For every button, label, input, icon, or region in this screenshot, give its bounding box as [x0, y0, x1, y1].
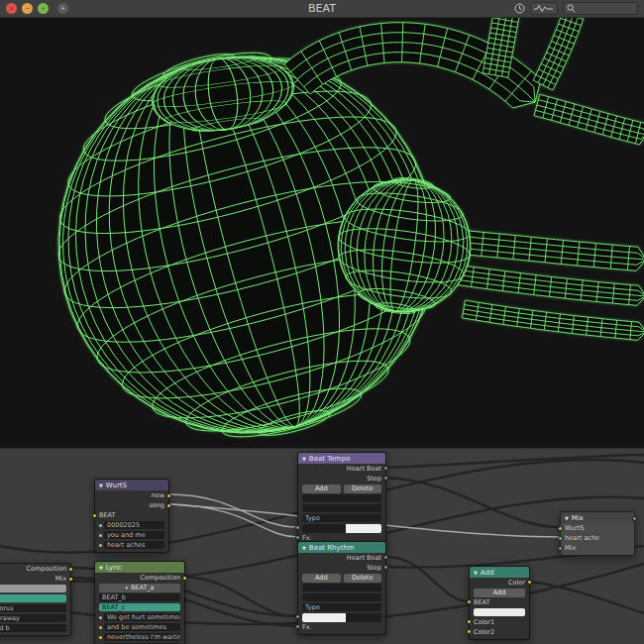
value-field[interactable]: you and me [104, 531, 164, 539]
collapse-icon[interactable]: ▼ [302, 456, 306, 462]
collapse-icon[interactable]: ▼ [99, 483, 103, 488]
node-wurts[interactable]: ▼WurtS new song BEAT 00002025 you and me… [94, 479, 169, 553]
delete-button[interactable]: Delete [344, 574, 382, 583]
input-label-beat: BEAT [99, 511, 115, 519]
output-label-song: song [149, 501, 164, 509]
plus-icon: + [60, 5, 64, 12]
beat-chorus-field[interactable]: BEAT_chorus [0, 604, 66, 612]
type-field[interactable]: Type [302, 603, 381, 611]
lyric-row[interactable]: and be sometimes [104, 623, 180, 631]
beat-c-field[interactable]: BEAT_c [0, 594, 66, 602]
minimize-button[interactable]: − [22, 3, 33, 14]
socket-out-step[interactable] [383, 476, 388, 481]
beat-b-row[interactable]: BEAT_b [99, 593, 180, 601]
socket-in-fx1[interactable] [295, 525, 300, 530]
heart-wireframe [0, 18, 644, 448]
collapse-icon[interactable]: ▼ [302, 545, 306, 551]
collapse-icon[interactable]: ▼ [565, 515, 569, 521]
node-header[interactable]: ▼Beat Rhythm [298, 542, 385, 553]
socket-in-fx2[interactable] [295, 624, 300, 629]
output-label-composition: Composition [26, 565, 66, 573]
socket-in-fx2[interactable] [295, 535, 300, 540]
lyric-dot [99, 626, 102, 629]
value-slider[interactable] [302, 524, 381, 533]
input-label-wurts: WurtS [565, 524, 585, 532]
node-beat-rhythm[interactable]: ▼Beat Rhythm Heart Beat Step AddDelete T… [297, 541, 386, 635]
socket-in-heart-ache[interactable] [558, 536, 563, 541]
search-box[interactable] [563, 2, 638, 15]
titlebar: × − + + BEAT [0, 0, 644, 18]
zoom-button[interactable]: + [38, 3, 49, 14]
node-title: Lyric [106, 564, 122, 572]
collapse-icon[interactable]: ▼ [99, 565, 103, 571]
waveform-button[interactable] [530, 2, 558, 15]
fx-label: Fx. [302, 623, 312, 631]
lyric-row[interactable]: nevertheless I'm waiting [104, 633, 180, 641]
beat-dropdown[interactable]: ▾BEAT_a [99, 584, 180, 592]
socket-out-new[interactable] [166, 493, 171, 498]
socket-in-mix[interactable] [558, 546, 563, 551]
node-lyric[interactable]: ▼Lyric Composition ▾BEAT_a BEAT_b BEAT_c… [94, 561, 185, 644]
add-button[interactable]: Add [302, 574, 341, 583]
node-add[interactable]: ▼Add Color Add BEAT Color1 Color2 [469, 566, 530, 640]
add-button[interactable]: Add [302, 484, 341, 493]
add-button[interactable]: Add [474, 589, 525, 597]
socket-out-color[interactable] [527, 580, 532, 585]
socket-out-heart-beat[interactable] [383, 466, 388, 471]
node-editor-panel[interactable]: ▼WurtS new song BEAT 00002025 you and me… [0, 448, 644, 644]
input-label-mix: Mix [565, 544, 576, 552]
input-label-beat: BEAT [474, 598, 489, 606]
close-icon: × [9, 5, 13, 12]
beat-c-row[interactable]: BEAT_c [99, 603, 180, 611]
socket-out-mix[interactable] [632, 516, 637, 521]
socket-out-song[interactable] [166, 503, 171, 508]
list-row[interactable] [302, 584, 381, 591]
socket-out-composition[interactable] [182, 576, 187, 581]
value-slider[interactable] [302, 613, 381, 622]
node-composition[interactable]: Composition Mix BEAT_b BEAT_c BEAT_choru… [0, 563, 71, 636]
collapse-icon[interactable]: ▼ [474, 570, 478, 576]
close-button[interactable]: × [6, 3, 17, 14]
value-field[interactable]: heart aches [104, 541, 164, 549]
list-row[interactable] [302, 494, 381, 502]
lyric-row[interactable]: hear faraway [0, 614, 66, 622]
output-label-heart-beat: Heart Beat [347, 554, 381, 562]
node-header[interactable]: ▼WurtS [95, 480, 168, 490]
search-input[interactable] [579, 4, 634, 13]
beat-b-field[interactable]: BEAT_b [0, 585, 66, 592]
socket-in-wurts[interactable] [558, 526, 563, 531]
chevron-down-icon: ▾ [125, 585, 128, 590]
socket-in-fx1[interactable] [295, 614, 300, 619]
option-dot [99, 534, 102, 537]
socket-out-composition[interactable] [68, 567, 73, 572]
node-header[interactable]: ▼Mix [561, 512, 634, 523]
socket-in-beat[interactable] [467, 599, 472, 604]
value-field[interactable]: 00002025 [104, 521, 164, 529]
node-header[interactable]: ▼Lyric [95, 562, 184, 573]
list-row[interactable] [302, 504, 381, 512]
socket-in-color1[interactable] [467, 619, 472, 624]
lyric-row[interactable]: pursued b [0, 624, 66, 632]
color-swatch[interactable] [474, 608, 525, 616]
minimize-icon: − [25, 5, 29, 12]
waveform-icon [534, 4, 554, 13]
output-label-composition: Composition [140, 574, 180, 582]
socket-out-step[interactable] [383, 565, 388, 570]
new-workspace-button[interactable]: + [57, 3, 68, 14]
delete-button[interactable]: Delete [344, 484, 382, 493]
input-label-heart-ache: heart ache [565, 534, 599, 542]
viewport-3d[interactable] [0, 18, 644, 448]
node-title: Add [481, 569, 494, 577]
node-header[interactable]: ▼Beat Tempo [298, 453, 385, 464]
socket-in-color2[interactable] [467, 629, 472, 634]
socket-in-beat[interactable] [92, 513, 97, 518]
list-row[interactable] [302, 593, 381, 601]
node-beat-tempo[interactable]: ▼Beat Tempo Heart Beat Step AddDelete Ty… [297, 452, 386, 546]
type-field[interactable]: Type [302, 514, 381, 522]
socket-out-mix[interactable] [68, 577, 73, 582]
socket-out-heart-beat[interactable] [383, 555, 388, 560]
clock-icon[interactable] [514, 0, 525, 18]
lyric-row[interactable]: We get hurt sometimes [104, 613, 180, 621]
node-header[interactable]: ▼Add [470, 567, 529, 578]
node-mix[interactable]: ▼Mix WurtS heart ache Mix [560, 511, 635, 556]
